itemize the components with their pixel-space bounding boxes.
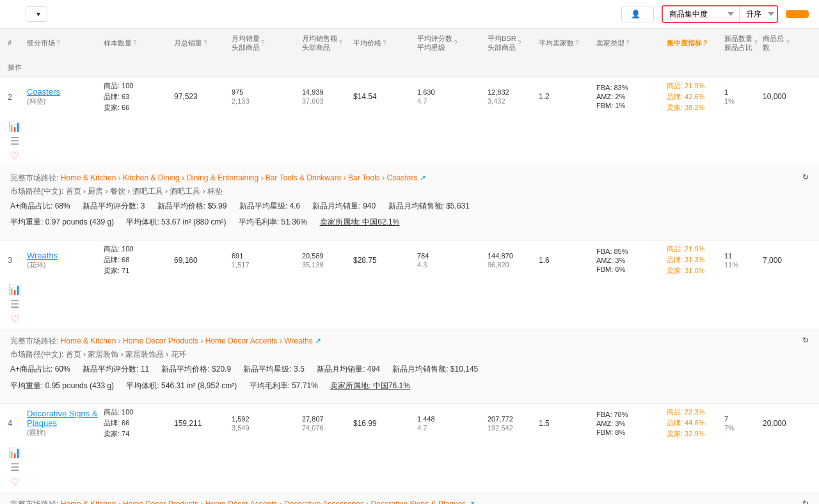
row-num: 2	[5, 88, 24, 106]
monthly-sales-cell: 159,211	[171, 415, 229, 432]
avg-rating-cell: 1,448 4.7	[415, 411, 485, 436]
market-name-cn: (杯垫)	[27, 97, 99, 106]
col-monthly-sales: 月总销量 ?	[171, 33, 229, 52]
list-icon[interactable]: ☰	[10, 298, 19, 310]
external-link-icon[interactable]: ↗	[420, 173, 426, 182]
col-total-products: 商品总数 ?	[760, 29, 792, 58]
cn-path: 市场路径(中文): 首页 › 家居装饰 › 家居装饰品 › 花环	[10, 349, 809, 360]
market-cell: Decorative Signs & Plaques (匾牌)	[24, 405, 101, 441]
col-avg-sellers: 平均卖家数 ?	[536, 33, 594, 52]
path-link[interactable]: Decorative Signs & Plaques	[371, 500, 466, 504]
sample-products: 商品: 100	[104, 244, 169, 254]
row-group-4: 4 Decorative Signs & Plaques (匾牌) 商品: 10…	[0, 404, 819, 504]
top-revenue-cell: 20,589 35,138	[299, 248, 351, 272]
path-link[interactable]: Kitchen & Dining	[123, 173, 180, 182]
avg-price-cell: $16.99	[351, 415, 415, 432]
full-path: 完整市场路径: Home & Kitchen › Kitchen & Dinin…	[10, 173, 809, 184]
chart-icon[interactable]: 📊	[8, 120, 21, 132]
row-group-3: 3 Wreaths (花环) 商品: 100 品牌: 68 卖家: 71 69,…	[0, 240, 819, 404]
path-link[interactable]: Home Décor Products	[123, 336, 198, 345]
row-num: 3	[5, 251, 24, 269]
sort-select[interactable]: 商品集中度	[663, 6, 740, 22]
col-sample: 样本数量 ?	[101, 33, 171, 52]
sample-brands: 品牌: 68	[104, 255, 169, 265]
path-link[interactable]: Bar Tools & Drinkware	[266, 173, 342, 182]
col-market: 细分市场 ?	[24, 33, 101, 52]
market-cell: Coasters (杯垫)	[24, 83, 101, 110]
seller-type-cell: FBA: 83% AMZ: 2% FBM: 1%	[594, 80, 664, 113]
path-link[interactable]: Coasters	[387, 173, 418, 182]
full-path: 完整市场路径: Home & Kitchen › Home Décor Prod…	[10, 499, 809, 504]
actions-cell: 📊 ☰ ♡	[5, 116, 24, 166]
list-icon[interactable]: ☰	[10, 461, 19, 473]
external-link-icon[interactable]: ↗	[468, 500, 475, 504]
sample-cell: 商品: 100 品牌: 68 卖家: 71	[101, 240, 171, 280]
market-name-cn: (匾牌)	[27, 428, 99, 437]
path-link[interactable]: Wreaths	[284, 336, 312, 345]
market-name-link[interactable]: Wreaths	[27, 251, 58, 260]
heart-icon[interactable]: ♡	[10, 476, 19, 488]
path-link[interactable]: Home Décor Accents	[205, 336, 278, 345]
concentration-cell: 商品: 21.9% 品牌: 31.3% 卖家: 31.0%	[664, 240, 722, 280]
reload-icon[interactable]: ↻	[802, 336, 809, 345]
detail-row: ↻ 完整市场路径: Home & Kitchen › Home Décor Pr…	[0, 492, 819, 504]
stats-row2: 平均重量: 0.97 pounds (439 g) 平均体积: 53.67 in…	[10, 216, 809, 230]
total-products-cell: 7,000	[760, 252, 792, 269]
sample-sellers: 卖家: 74	[104, 429, 169, 439]
top-sales-cell: 1,592 3,549	[229, 411, 299, 436]
table-row: 2 Coasters (杯垫) 商品: 100 品牌: 63 卖家: 66 97…	[0, 77, 819, 166]
concentration-cell: 商品: 21.9% 品牌: 42.6% 卖家: 38.2%	[664, 77, 722, 116]
full-path: 完整市场路径: Home & Kitchen › Home Décor Prod…	[10, 336, 809, 347]
path-link[interactable]: Dining & Entertaining	[186, 173, 258, 182]
avg-price-cell: $28.75	[351, 252, 415, 269]
col-avg-bsr: 平均BSR头部商品 ?	[485, 29, 536, 58]
sample-brands: 品牌: 66	[104, 418, 169, 428]
seller-location-link[interactable]: 卖家所属地: 中国62.1%	[320, 217, 400, 226]
detail-row: ↻ 完整市场路径: Home & Kitchen › Kitchen & Din…	[0, 166, 819, 240]
seller-type-cell: FBA: 85% AMZ: 3% FBM: 6%	[594, 244, 664, 277]
heart-icon[interactable]: ♡	[10, 150, 19, 162]
table-row: 3 Wreaths (花环) 商品: 100 品牌: 68 卖家: 71 69,…	[0, 240, 819, 329]
path-link[interactable]: Home & Kitchen	[61, 336, 116, 345]
col-avg-price: 平均价格 ?	[351, 33, 415, 52]
avg-bsr-cell: 12,832 3,432	[485, 84, 536, 109]
actions-cell: 📊 ☰ ♡	[5, 280, 24, 329]
sample-filter-dropdown[interactable]: ▾	[26, 6, 47, 22]
reload-icon[interactable]: ↻	[802, 499, 809, 504]
top-sales-cell: 691 1,517	[229, 248, 299, 272]
avg-price-cell: $14.54	[351, 88, 415, 105]
reload-icon[interactable]: ↻	[802, 173, 809, 182]
market-name-link[interactable]: Coasters	[27, 87, 60, 97]
total-products-cell: 20,000	[760, 415, 792, 432]
heart-icon[interactable]: ♡	[10, 313, 19, 325]
path-link[interactable]: Home & Kitchen	[61, 173, 116, 182]
order-select[interactable]: 升序 降序	[740, 6, 777, 22]
confirm-button[interactable]	[786, 10, 809, 18]
seller-location-link[interactable]: 卖家所属地: 中国76.1%	[330, 381, 410, 390]
export-icon: 👤	[631, 10, 640, 19]
path-link[interactable]: Decorative Accessories	[284, 500, 364, 504]
list-icon[interactable]: ☰	[10, 135, 19, 147]
new-products-cell: 7 7%	[722, 411, 760, 436]
top-revenue-cell: 14,939 37,603	[299, 84, 351, 109]
stats-row2: 平均重量: 0.95 pounds (433 g) 平均体积: 546.31 i…	[10, 379, 809, 393]
col-seller-type: 卖家类型 ?	[594, 33, 664, 52]
concentration-cell: 商品: 22.3% 品牌: 44.6% 卖家: 32.9%	[664, 404, 722, 443]
new-products-cell: 11 11%	[722, 248, 760, 272]
export-excel-button[interactable]: 👤	[621, 6, 654, 22]
sample-products: 商品: 100	[104, 407, 169, 417]
col-concentration: 集中度指标 ?	[664, 33, 722, 52]
sample-brands: 品牌: 63	[104, 92, 169, 102]
avg-sellers-cell: 1.5	[536, 415, 594, 432]
chart-icon[interactable]: 📊	[8, 446, 21, 459]
path-link[interactable]: Home Décor Accents	[205, 500, 278, 504]
sample-products: 商品: 100	[104, 81, 169, 91]
row-num: 4	[5, 414, 24, 432]
table-row: 4 Decorative Signs & Plaques (匾牌) 商品: 10…	[0, 404, 819, 492]
market-name-link[interactable]: Decorative Signs & Plaques	[27, 409, 98, 428]
path-link[interactable]: Home & Kitchen	[61, 500, 116, 504]
chart-icon[interactable]: 📊	[8, 283, 21, 295]
path-link[interactable]: Bar Tools	[348, 173, 380, 182]
path-link[interactable]: Home Décor Products	[123, 500, 198, 504]
external-link-icon[interactable]: ↗	[315, 336, 321, 345]
